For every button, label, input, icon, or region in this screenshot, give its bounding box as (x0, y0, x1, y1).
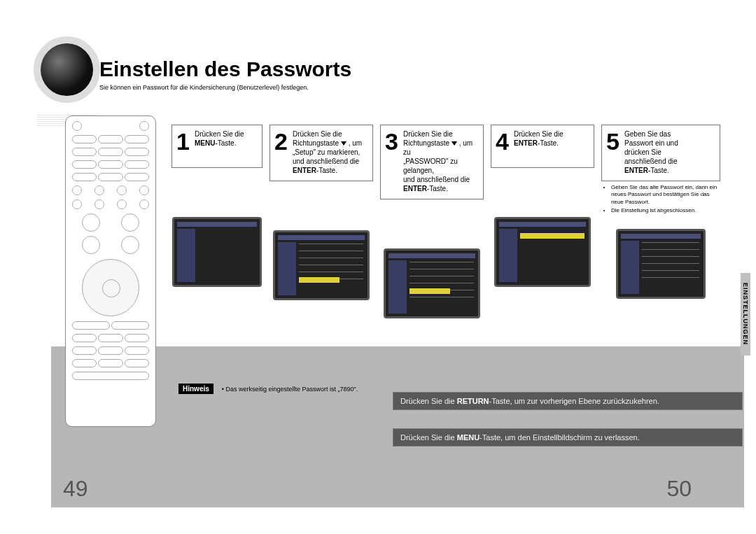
step-1: 1 Drücken Sie die MENU-Taste. (172, 125, 262, 329)
screenshot-2 (273, 230, 370, 300)
manual-spread: Einstellen des Passworts Sie können ein … (0, 0, 756, 534)
screenshot-1 (172, 217, 262, 287)
page-title: Einstellen des Passworts (99, 57, 351, 81)
step-5-notes: Geben Sie das alte Passwort ein, dann ei… (601, 184, 720, 216)
screenshot-5 (616, 229, 706, 299)
step-number: 2 (274, 129, 293, 153)
step-5: 5 Geben Sie das Passwort ein und drücken… (601, 125, 720, 329)
step-text: Drücken Sie die Richtungstaste , um „Set… (293, 129, 362, 175)
note-menu: Drücken Sie die MENU-Taste, um den Einst… (393, 428, 743, 447)
step-text: Drücken Sie die ENTER-Taste. (514, 129, 564, 148)
hinweis-row: Hinweis • Das werkseitig eingestellte Pa… (178, 384, 358, 394)
step-number: 5 (606, 129, 624, 153)
page-number-left: 49 (63, 476, 88, 502)
step-2: 2 Drücken Sie die Richtungstaste , um „S… (270, 125, 373, 329)
steps-row: 1 Drücken Sie die MENU-Taste. 2 Drücken … (172, 125, 720, 329)
page-number-right: 50 (666, 476, 692, 502)
page-subtitle: Sie können ein Passwort für die Kindersi… (99, 84, 309, 91)
hinweis-text: • Das werkseitig eingestellte Passwort i… (222, 386, 358, 393)
screenshot-3 (384, 248, 480, 318)
step-number: 1 (176, 129, 195, 153)
screenshot-4 (494, 217, 591, 287)
chevron-down-icon (341, 141, 346, 146)
note-return: Drücken Sie die RETURN-Taste, um zur vor… (393, 392, 743, 410)
chevron-down-icon (451, 141, 457, 146)
step-3: 3 Drücken Sie die Richtungstaste , um zu… (380, 125, 484, 329)
step-text: Geben Sie das Passwort ein und drücken S… (624, 129, 678, 175)
step-text: Drücken Sie die MENU-Taste. (195, 129, 244, 148)
step-number: 3 (385, 129, 403, 153)
step-number: 4 (496, 129, 514, 153)
remote-control-illustration (65, 115, 156, 427)
step-text: Drücken Sie die Richtungstaste , um zu „… (403, 129, 479, 193)
side-tab-einstellungen: EINSTELLUNGEN (741, 273, 750, 356)
step-4: 4 Drücken Sie die ENTER-Taste. (491, 125, 594, 329)
hinweis-tag: Hinweis (178, 384, 214, 394)
speaker-graphic (34, 36, 100, 103)
